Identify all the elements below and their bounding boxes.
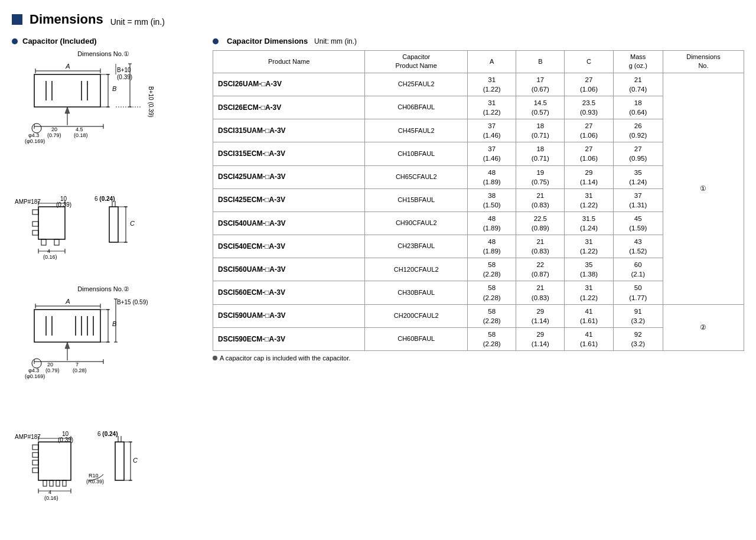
svg-text:4.5: 4.5 xyxy=(76,126,83,132)
cell-a: 31(1.22) xyxy=(468,96,516,119)
cell-a: 37(1.46) xyxy=(468,142,516,165)
cell-product-name: DSCI590UAM-□A-3V xyxy=(213,304,365,327)
cell-b: 21(0.83) xyxy=(516,281,565,304)
cell-a: 31(1.22) xyxy=(468,73,516,96)
cell-a: 48(1.89) xyxy=(468,212,516,235)
svg-text:4: 4 xyxy=(48,489,51,495)
capacitor-section-title: Capacitor (Included) xyxy=(12,37,195,45)
title-square-icon xyxy=(12,14,22,25)
cell-cap-name: CH06BFAUL xyxy=(365,96,468,119)
cell-c: 27(1.06) xyxy=(565,119,613,142)
cell-c: 31.5(1.24) xyxy=(565,212,613,235)
footnote: A capacitor cap is included with the cap… xyxy=(213,354,744,362)
svg-rect-37 xyxy=(32,210,38,214)
cell-mass: 92(3.2) xyxy=(613,327,663,350)
col-dim-no: DimensionsNo. xyxy=(663,51,744,73)
cell-mass: 35(1.24) xyxy=(613,165,663,188)
svg-text:(0.16): (0.16) xyxy=(43,254,57,260)
cell-product-name: DSCI315UAM-□A-3V xyxy=(213,119,365,142)
table-bullet-icon xyxy=(213,38,219,44)
svg-rect-99 xyxy=(32,460,38,465)
svg-rect-38 xyxy=(32,222,38,226)
diagram1-label: Dimensions No.① xyxy=(12,50,195,58)
cell-c: 31(1.22) xyxy=(565,188,613,212)
svg-text:(0.28): (0.28) xyxy=(73,367,87,373)
col-c: C xyxy=(565,51,613,73)
cell-a: 58(2.28) xyxy=(468,281,516,304)
diagram2-label: Dimensions No.② xyxy=(12,285,195,293)
svg-text:R10: R10 xyxy=(89,473,99,479)
cell-product-name: DSCI590ECM-□A-3V xyxy=(213,327,365,350)
cell-mass: 21(0.74) xyxy=(613,73,663,96)
table-header-row: Capacitor Dimensions Unit: mm (in.) xyxy=(213,37,744,45)
cell-a: 48(1.89) xyxy=(468,235,516,258)
cell-c: 31(1.22) xyxy=(565,281,613,304)
cell-a: 48(1.89) xyxy=(468,165,516,188)
cell-product-name: DSCI560ECM-□A-3V xyxy=(213,281,365,304)
cell-cap-name: CH23BFAUL xyxy=(365,235,468,258)
left-section: Capacitor (Included) Dimensions No.① A B xyxy=(12,37,195,526)
cell-c: 27(1.06) xyxy=(565,142,613,165)
svg-point-85 xyxy=(32,359,41,368)
svg-rect-41 xyxy=(54,239,59,245)
cell-mass: 37(1.31) xyxy=(613,188,663,212)
svg-rect-101 xyxy=(43,480,47,486)
cell-c: 29(1.14) xyxy=(565,165,613,188)
diagram2-container: Dimensions No.② A B xyxy=(12,285,195,515)
col-cap-product-name: CapacitorProduct Name xyxy=(365,51,468,73)
cell-product-name: DSCI425ECM-□A-3V xyxy=(213,188,365,212)
svg-text:φ4.3: φ4.3 xyxy=(28,367,39,373)
svg-text:B+10 (0.39): B+10 (0.39) xyxy=(148,86,154,118)
diagram1-svg: A B B+10 (0.39) xyxy=(12,60,183,175)
cell-b: 29(1.14) xyxy=(516,304,565,327)
svg-text:6 (0.24): 6 (0.24) xyxy=(97,431,118,437)
cell-b: 29(1.14) xyxy=(516,327,565,350)
diagram1-container: Dimensions No.① A B xyxy=(12,50,195,274)
diagram2b-svg: AMP#187 10 (0.39) 6 (0.24) xyxy=(12,412,183,513)
svg-text:(0.79): (0.79) xyxy=(45,367,60,373)
svg-rect-98 xyxy=(32,453,38,457)
svg-rect-103 xyxy=(56,480,60,486)
cell-product-name: DSCI425UAM-□A-3V xyxy=(213,165,365,188)
cell-b: 18(0.71) xyxy=(516,142,565,165)
right-section: Capacitor Dimensions Unit: mm (in.) Prod… xyxy=(213,37,744,526)
cell-c: 41(1.61) xyxy=(565,327,613,350)
dimensions-table: Product Name CapacitorProduct Name A B C… xyxy=(213,50,744,351)
cell-product-name: DSCI315ECM-□A-3V xyxy=(213,142,365,165)
cell-a: 38(1.50) xyxy=(468,188,516,212)
col-a: A xyxy=(468,51,516,73)
svg-rect-111 xyxy=(115,442,124,480)
svg-text:(φ0.169): (φ0.169) xyxy=(25,373,45,379)
cell-product-name: DSCI540UAM-□A-3V xyxy=(213,212,365,235)
cell-c: 41(1.61) xyxy=(565,304,613,327)
cell-mass: 91(3.2) xyxy=(613,304,663,327)
cell-b: 21(0.83) xyxy=(516,235,565,258)
svg-point-21 xyxy=(32,123,41,133)
cell-b: 22(0.87) xyxy=(516,258,565,281)
svg-rect-40 xyxy=(41,239,46,245)
cell-b: 21(0.83) xyxy=(516,188,565,212)
page-header: Dimensions Unit = mm (in.) xyxy=(12,12,744,27)
cell-product-name: DSCI26ECM-□A-3V xyxy=(213,96,365,119)
svg-text:(φ0.169): (φ0.169) xyxy=(25,138,45,144)
svg-text:AMP#187: AMP#187 xyxy=(15,199,41,205)
svg-text:AMP#187: AMP#187 xyxy=(15,434,41,440)
svg-text:20: 20 xyxy=(47,362,53,367)
bullet-icon xyxy=(12,38,18,44)
cell-mass: 27(0.95) xyxy=(613,142,663,165)
cell-c: 23.5(0.93) xyxy=(565,96,613,119)
diagram2-svg: A B B+15 (0.59) xyxy=(12,295,183,411)
col-b: B xyxy=(516,51,565,73)
cell-cap-name: CH90CFAUL2 xyxy=(365,212,468,235)
table-header-row-el: Product Name CapacitorProduct Name A B C… xyxy=(213,51,744,73)
cell-a: 58(2.28) xyxy=(468,258,516,281)
main-layout: Capacitor (Included) Dimensions No.① A B xyxy=(12,37,744,526)
cell-mass: 43(1.52) xyxy=(613,235,663,258)
svg-text:C: C xyxy=(130,220,135,227)
svg-text:(0.18): (0.18) xyxy=(74,132,88,138)
cell-dim-no: ② xyxy=(663,304,744,350)
cell-cap-name: CH30BFAUL xyxy=(365,281,468,304)
svg-rect-104 xyxy=(63,480,66,486)
cell-cap-name: CH60BFAUL xyxy=(365,327,468,350)
cell-cap-name: CH10BFAUL xyxy=(365,142,468,165)
